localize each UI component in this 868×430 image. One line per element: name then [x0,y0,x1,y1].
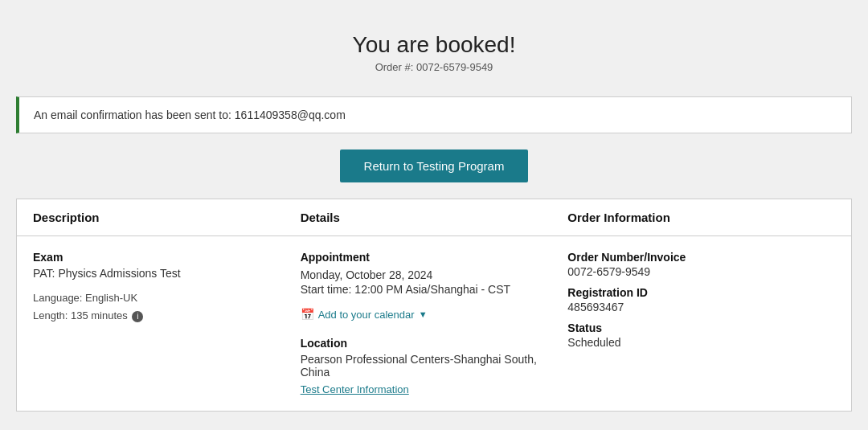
order-number-value: 0072-6579-9549 [567,265,835,278]
calendar-link-text: Add to your calendar [318,309,415,321]
appointment-time: Start time: 12:00 PM Asia/Shanghai - CST [301,283,568,296]
return-to-testing-button[interactable]: Return to Testing Program [340,149,529,182]
add-to-calendar-link[interactable]: 📅 Add to your calendar ▼ [301,308,428,321]
exam-length-text: Length: 135 minutes [33,309,128,321]
description-column-header: Description [33,211,301,224]
confirmation-banner: An email confirmation has been sent to: … [16,96,852,133]
exam-label: Exam [33,251,301,264]
confirmation-text: An email confirmation has been sent to: … [34,109,346,121]
exam-name: PAT: Physics Admissions Test [33,267,301,280]
page-container: You are booked! Order #: 0072-6579-9549 … [16,16,852,412]
chevron-down-icon: ▼ [419,309,428,319]
order-column: Order Number/Invoice 0072-6579-9549 Regi… [567,251,835,349]
order-number-label: Order Number/Invoice [567,251,835,264]
calendar-icon: 📅 [301,308,314,321]
appointment-date: Monday, October 28, 2024 [301,268,568,281]
details-column: Appointment Monday, October 28, 2024 Sta… [301,251,568,396]
info-icon[interactable]: i [132,311,143,322]
header-section: You are booked! Order #: 0072-6579-9549 [16,16,852,85]
status-label: Status [567,321,835,334]
page-title: You are booked! [16,32,852,58]
status-value: Scheduled [567,336,835,349]
card-body-row: Exam PAT: Physics Admissions Test Langua… [17,236,851,411]
appointment-label: Appointment [301,251,568,264]
registration-id-value: 485693467 [567,301,835,313]
registration-id-label: Registration ID [567,286,835,299]
button-section: Return to Testing Program [16,149,852,182]
order-column-header: Order Information [567,211,835,224]
location-name: Pearson Professional Centers-Shanghai So… [301,353,568,379]
order-number: Order #: 0072-6579-9549 [16,61,852,73]
location-label: Location [301,337,568,350]
card-header-row: Description Details Order Information [17,199,851,236]
test-center-info-link[interactable]: Test Center Information [301,383,409,395]
exam-language: Language: English-UK Length: 135 minutes… [33,289,301,325]
description-column: Exam PAT: Physics Admissions Test Langua… [33,251,301,325]
info-card: Description Details Order Information Ex… [16,199,852,412]
details-column-header: Details [301,211,568,224]
